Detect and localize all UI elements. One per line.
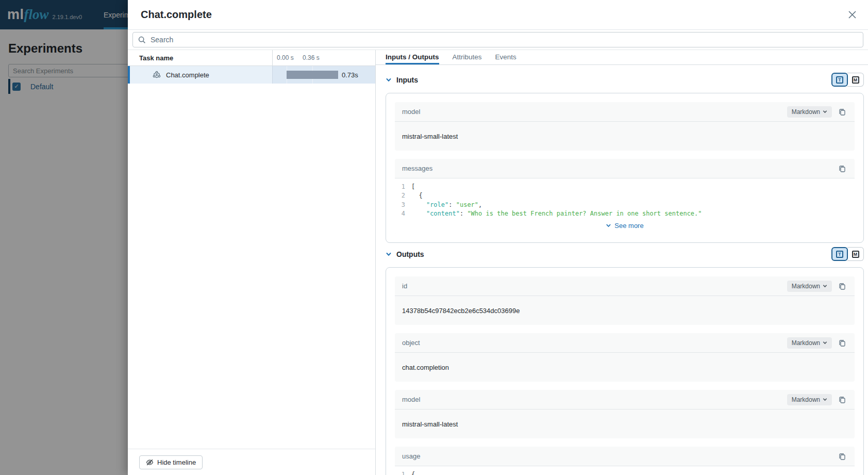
field-value: mistral-small-latest — [395, 122, 855, 151]
copy-icon[interactable] — [837, 107, 847, 117]
timeline-axis: 0.00 s0.36 s — [272, 50, 375, 65]
field-value: 14378b54c97842ecb2e6c534dc03699e — [395, 296, 855, 325]
code-line: 1[ — [395, 182, 855, 191]
span-type-icon — [153, 71, 161, 79]
field-card: messages 1[2 {3 "role": "user",4 "conten… — [395, 159, 855, 234]
field-card: model Markdown mistral-small-latest — [395, 102, 855, 151]
field-label: model — [402, 396, 420, 403]
time-marker: 0.36 s — [303, 54, 320, 61]
modal-title: Chat.complete — [141, 9, 212, 21]
chevron-down-icon[interactable] — [386, 77, 392, 83]
chevron-down-icon — [606, 223, 611, 228]
field-header: model Markdown — [395, 102, 855, 122]
field-header: usage — [395, 447, 855, 466]
span-search-row — [128, 29, 868, 50]
renderer-dropdown[interactable]: Markdown — [787, 394, 832, 405]
field-header: messages — [395, 159, 855, 178]
copy-icon[interactable] — [837, 338, 847, 348]
renderer-dropdown[interactable]: Markdown — [787, 106, 832, 118]
code-line: 3 "role": "user", — [395, 200, 855, 209]
field-label: model — [402, 108, 420, 116]
modal-header: Chat.complete — [128, 0, 868, 29]
close-icon[interactable] — [846, 8, 859, 21]
search-icon — [138, 36, 146, 44]
field-label: usage — [402, 452, 420, 460]
task-name: Chat.complete — [166, 71, 209, 79]
selected-row-accent — [128, 66, 130, 84]
details-tabs: Inputs / OutputsAttributesEvents — [376, 50, 868, 65]
field-code: 1[2 {3 "role": "user",4 "content": "Who … — [395, 178, 855, 234]
field-code: 1{2 "prompt_tokens": 16 — [395, 466, 855, 475]
inputs-card: model Markdown mistral-small-latest — [386, 93, 864, 243]
tab-events[interactable]: Events — [495, 50, 516, 64]
renderer-dropdown[interactable]: Markdown — [787, 337, 832, 349]
time-marker: 0.00 s — [277, 54, 294, 61]
copy-icon[interactable] — [837, 163, 847, 174]
span-details-pane: Inputs / OutputsAttributesEvents Inputs … — [376, 50, 868, 475]
span-search-box[interactable] — [132, 32, 863, 47]
outputs-section-header: Outputs T M — [386, 247, 864, 261]
field-card: model Markdown mistral-small-latest — [395, 390, 855, 438]
duration-label: 0.73s — [342, 71, 358, 79]
field-label: object — [402, 339, 420, 347]
field-value: chat.completion — [395, 353, 855, 382]
field-card: object Markdown chat.completion — [395, 333, 855, 382]
chevron-down-icon[interactable] — [386, 251, 392, 257]
chevron-down-icon — [823, 397, 827, 402]
markdown-view-button[interactable]: M — [847, 73, 864, 87]
render-mode-toggle: T M — [831, 247, 864, 261]
copy-icon[interactable] — [837, 281, 847, 291]
field-header: id Markdown — [395, 276, 855, 296]
timeline-cell: 0.73s — [272, 66, 375, 84]
outputs-card: id Markdown 14378b54c97842ecb2e6c534dc03… — [386, 267, 864, 475]
field-label: id — [402, 282, 407, 290]
field-value: mistral-small-latest — [395, 410, 855, 438]
chevron-down-icon — [823, 109, 827, 114]
duration-bar — [287, 71, 338, 79]
markdown-view-button[interactable]: M — [847, 247, 864, 261]
field-label: messages — [402, 165, 432, 172]
renderer-dropdown[interactable]: Markdown — [787, 281, 832, 292]
inputs-section-header: Inputs T M — [386, 73, 864, 87]
chevron-down-icon — [823, 284, 827, 288]
task-name-column-header: Task name — [128, 50, 272, 65]
see-more-link[interactable]: See more — [395, 218, 855, 233]
field-header: model Markdown — [395, 390, 855, 410]
field-card: id Markdown 14378b54c97842ecb2e6c534dc03… — [395, 276, 855, 325]
tab-attributes[interactable]: Attributes — [453, 50, 482, 64]
span-tree-pane: Task name 0.00 s0.36 s Chat.complete — [128, 50, 376, 475]
copy-icon[interactable] — [837, 395, 847, 405]
trace-modal: Chat.complete Task name 0.00 s0.36 s — [128, 0, 868, 475]
hide-timeline-button[interactable]: Hide timeline — [139, 455, 203, 469]
span-search-input[interactable] — [151, 36, 858, 44]
text-view-button[interactable]: T — [831, 247, 848, 261]
chevron-down-icon — [823, 340, 827, 345]
field-card: usage 1{2 "prompt_tokens": 16 — [395, 447, 855, 475]
eye-off-icon — [146, 458, 154, 466]
task-row[interactable]: Chat.complete 0.73s — [128, 66, 375, 84]
copy-icon[interactable] — [837, 451, 847, 462]
field-header: object Markdown — [395, 333, 855, 353]
tab-inputs-outputs[interactable]: Inputs / Outputs — [386, 50, 439, 64]
text-view-button[interactable]: T — [831, 73, 848, 87]
render-mode-toggle: T M — [831, 73, 864, 87]
code-line: 2 { — [395, 191, 855, 201]
code-line: 1{ — [395, 470, 855, 475]
code-line: 4 "content": "Who is the best French pai… — [395, 209, 855, 219]
